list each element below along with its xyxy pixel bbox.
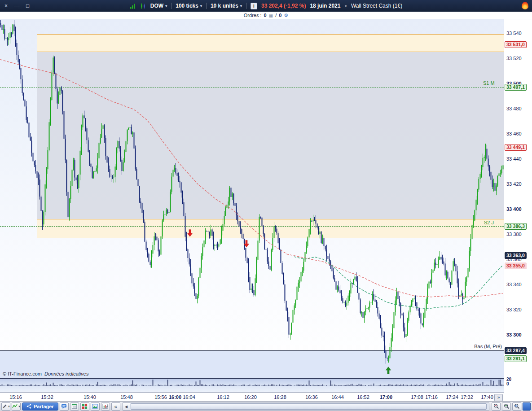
chevron-down-icon: ▾ [8, 405, 10, 408]
candlestick-style-icon[interactable] [140, 3, 146, 9]
price-level-badge: 33 386,3 [505, 223, 527, 230]
price-axis-label: 33 460 [506, 131, 522, 136]
time-axis-label: 16:44 [329, 394, 347, 400]
time-axis-label: 16:52 [354, 394, 372, 400]
chat-icon [61, 403, 67, 410]
time-axis-label: 17:00 [377, 394, 395, 400]
price-level-badge: 33 363,0 [505, 252, 527, 259]
scroll-left-button[interactable]: ◀ [123, 402, 130, 411]
time-axis-label: 17:40 [478, 394, 496, 400]
zoom-in-button[interactable] [502, 402, 511, 411]
scrollbar-track[interactable] [130, 402, 489, 411]
image-icon [92, 403, 98, 410]
price-axis-label: 33 440 [506, 156, 522, 162]
volume-zero-label: 0 [506, 381, 509, 386]
price-level-badge: 33 355,0 [505, 262, 527, 269]
price-level-badge: 33 531,0 [505, 41, 527, 48]
price-axis-label: 33 340 [506, 282, 522, 287]
time-axis-label: 17:32 [458, 394, 476, 400]
zone-orange [37, 34, 504, 52]
chart-area: S1 M S2 J Bas (M, Pré) © IT-Finance.comD… [0, 19, 532, 401]
time-axis-label: 15:16 [7, 394, 25, 400]
close-window-button[interactable]: × [3, 3, 9, 9]
maximize-window-button[interactable]: □ [24, 3, 31, 9]
titlebar-separator [246, 3, 246, 9]
orders-separator: / [275, 13, 277, 18]
watchlist-button[interactable] [70, 402, 79, 411]
list-icon [71, 403, 77, 410]
price-level-badge: 33 287,4 [505, 347, 527, 354]
price-level-badge: 33 497,1 [505, 84, 527, 91]
time-axis-label: 15:48 [118, 394, 136, 400]
price-level-badge: 33 449,1 [505, 144, 527, 151]
timeframe-selector[interactable]: 100 ticks▾ [176, 3, 202, 9]
chevron-down-icon: ▾ [18, 405, 20, 408]
s1-level-label: S1 M [483, 80, 495, 86]
price-axis-label: 33 400 [506, 206, 522, 212]
drawing-tools-button[interactable]: ▾ [1, 402, 10, 411]
price-axis-label: 33 300 [506, 332, 522, 337]
titlebar-separator [171, 3, 171, 9]
share-button[interactable]: Partager [22, 402, 58, 411]
time-axis-label: 16:20 [242, 394, 259, 400]
price-axis-label: 33 540 [506, 31, 522, 36]
time-axis-label: 15:32 [38, 394, 56, 400]
line-chart-icon [12, 403, 18, 410]
minimize-window-button[interactable]: — [13, 3, 20, 9]
pending-orders-count: 0 [279, 13, 281, 18]
time-axis-label: 15:40 [81, 394, 99, 400]
chevron-down-icon: ▾ [240, 4, 242, 8]
titlebar-separator [206, 3, 207, 9]
price-axis-label: 33 520 [506, 56, 522, 61]
zone-gray [37, 52, 504, 219]
info-icon[interactable]: i [251, 3, 257, 9]
zoom-fit-icon [514, 403, 520, 410]
session-low-line [0, 350, 504, 351]
grid-icon [82, 403, 88, 410]
corner-panel-button[interactable] [523, 402, 531, 411]
heatmap-button[interactable] [80, 402, 89, 411]
time-axis-label: 17:16 [422, 394, 440, 400]
feed-status-dot: ● [344, 4, 347, 8]
chart-settings-button[interactable] [101, 402, 110, 411]
zoom-out-icon [493, 403, 499, 410]
time-axis-label: 16:36 [303, 394, 321, 400]
low-level-label: Bas (M, Pré) [465, 344, 502, 349]
last-price-change: 33 202,4 (-1,92 %) [261, 3, 306, 9]
feed-name: Wall Street Cash (1€) [351, 3, 402, 9]
titlebar-center: DOW▾ 100 ticks▾ 10 k unités▾ i 33 202,4 … [130, 3, 402, 9]
zoom-out-button[interactable] [492, 402, 501, 411]
chart-plot[interactable]: S1 M S2 J Bas (M, Pré) © IT-Finance.comD… [0, 19, 504, 401]
instrument-selector[interactable]: DOW▾ [150, 3, 167, 9]
price-axis-label: 33 480 [506, 106, 522, 111]
orders-settings-gear-icon[interactable]: ⚙ [284, 13, 288, 18]
time-axis[interactable]: » 15:1615:3215:4015:4815:5616:0016:0416:… [0, 394, 504, 401]
volume-pane [0, 378, 504, 393]
comments-button[interactable] [60, 402, 69, 411]
s2-level-label: S2 J [484, 220, 494, 225]
time-axis-label: 16:04 [180, 394, 198, 400]
chevron-down-icon: ▾ [200, 4, 202, 8]
chart-scrollbar[interactable]: ◀ [123, 403, 489, 411]
support-line [0, 87, 504, 87]
hot-market-icon[interactable] [522, 2, 528, 9]
collapse-toolbar-button[interactable]: « [111, 402, 120, 411]
orders-list-icon[interactable]: ▦ [269, 13, 273, 18]
indicators-icon[interactable] [130, 3, 136, 9]
scrollbar-thumb[interactable] [131, 403, 487, 410]
trading-app-window: × — □ DOW▾ 100 ticks▾ 10 k unités▾ i [0, 0, 532, 411]
zone-orange [37, 219, 504, 238]
time-axis-label: 16:28 [271, 394, 289, 400]
price-level-badge: 33 281,1 [505, 355, 527, 362]
orders-count: 0 [264, 13, 267, 18]
share-icon [26, 404, 31, 410]
snapshot-button[interactable] [91, 402, 100, 411]
bottom-toolbar: ▾ ▾ Partager [0, 401, 532, 411]
pencil-icon [2, 403, 8, 410]
price-axis[interactable]: 20 0 33 54033 52033 50033 48033 46033 44… [504, 19, 532, 401]
units-selector[interactable]: 10 k unités▾ [211, 3, 242, 9]
zoom-fit-button[interactable] [512, 402, 521, 411]
price-axis-label: 33 420 [506, 181, 522, 187]
chart-type-button[interactable]: ▾ [12, 402, 21, 411]
chevron-down-icon: ▾ [165, 4, 167, 8]
